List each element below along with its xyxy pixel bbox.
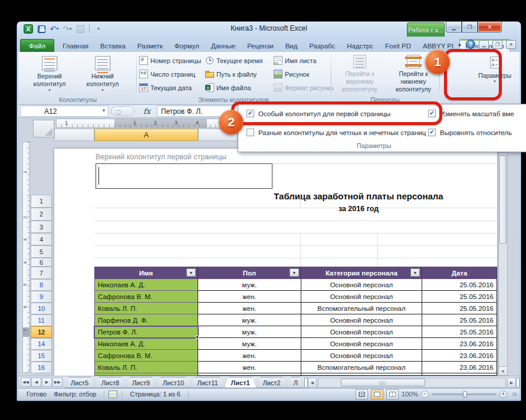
element-button-file-name[interactable]: XИмя файла xyxy=(205,82,251,93)
tab-рецензи[interactable]: Рецензи xyxy=(241,39,279,52)
insert-function-button[interactable]: fx xyxy=(137,105,157,117)
row-header-15[interactable]: 15 xyxy=(31,350,52,362)
zoom-out-button[interactable]: − xyxy=(421,391,429,398)
fill-handle[interactable] xyxy=(196,336,199,339)
cell-category[interactable]: Вспомогательный персонал xyxy=(301,303,422,314)
cell-sex[interactable]: жен. xyxy=(198,291,301,303)
macro-record-icon[interactable] xyxy=(109,391,117,398)
checkbox-different-odd-even[interactable]: Разные колонтитулы для четных и нечетных… xyxy=(246,129,426,136)
header-button[interactable]: Верхний колонтитул ▾ xyxy=(26,54,73,93)
cell-category[interactable]: Основной персонал xyxy=(301,338,422,350)
filter-dropdown-icon[interactable]: ▼ xyxy=(410,268,420,277)
sheet-tab-лист10[interactable]: Лист10 xyxy=(156,377,190,388)
cell-name[interactable]: Николаев А. Д. xyxy=(94,279,198,291)
cell-sex[interactable]: жен. xyxy=(198,362,301,373)
help-icon[interactable]: ? xyxy=(466,40,475,49)
cell-sex[interactable]: муж. xyxy=(198,279,301,291)
tab-разметк[interactable]: Разметк xyxy=(132,39,169,52)
last-sheet-icon[interactable]: ▶▶ xyxy=(52,378,63,387)
footer-button[interactable]: Нижний колонтитул ▾ xyxy=(79,54,126,93)
tab-надстрс[interactable]: Надстрс xyxy=(341,39,379,52)
cell-category[interactable]: Основной персонал xyxy=(301,279,422,291)
scroll-down-button[interactable]: ▼ xyxy=(499,366,507,375)
cell-category[interactable]: Основной персонал xyxy=(301,291,422,303)
element-button-picture[interactable]: Рисунок xyxy=(274,68,310,80)
cell-date[interactable]: 25.05.2016 xyxy=(422,291,497,303)
cell-date[interactable]: 23.06.2016 xyxy=(422,350,497,362)
tab-foxit-pd[interactable]: Foxit PD xyxy=(379,39,417,52)
zoom-slider-thumb[interactable] xyxy=(463,391,467,398)
cell-date[interactable]: 25.05.2016 xyxy=(422,279,497,291)
row-header-4[interactable]: 4 xyxy=(31,233,52,245)
tab-вставка[interactable]: Вставка xyxy=(94,39,132,52)
column-header-A[interactable]: A xyxy=(94,129,198,141)
row-header-5[interactable]: 5 xyxy=(31,245,52,258)
cell-sex[interactable]: муж. xyxy=(198,338,301,350)
workbook-restore-button[interactable]: ❐ xyxy=(492,40,502,49)
element-button-page-number[interactable]: #Номер страницы xyxy=(139,55,201,66)
element-button-picture-format[interactable]: Формат рисунка xyxy=(274,82,334,93)
row-header-12[interactable]: 12 xyxy=(31,326,52,338)
element-button-sheet-name[interactable]: Имя листа xyxy=(274,55,317,66)
checkbox-align-with-margins[interactable]: Выровнять относитель xyxy=(428,129,512,136)
tab-разрабс[interactable]: Разрабс xyxy=(303,39,341,52)
next-sheet-icon[interactable]: ▶ xyxy=(42,378,52,387)
table-column-header-2[interactable]: Пол▼ xyxy=(198,267,301,279)
workbook-close-button[interactable]: ✕ xyxy=(506,40,516,49)
page-break-view-button[interactable] xyxy=(386,389,399,399)
cell-name[interactable]: Николаев А. Д. xyxy=(94,338,198,350)
pane-split-handle[interactable] xyxy=(516,378,520,388)
chevron-down-icon[interactable]: ▼ xyxy=(101,108,106,113)
sheet-tab-лист9[interactable]: Лист9 xyxy=(126,377,156,388)
normal-view-button[interactable] xyxy=(356,389,368,399)
row-header-7[interactable]: 7 xyxy=(31,267,52,279)
table-column-header-4[interactable]: Дата xyxy=(422,267,497,279)
tab-главная[interactable]: Главная xyxy=(57,39,94,52)
filter-dropdown-icon[interactable]: ▼ xyxy=(186,268,196,277)
tab-данные[interactable]: Данные xyxy=(205,39,242,52)
resize-grip[interactable] xyxy=(512,393,517,396)
scrollbar-thumb[interactable]: |||| xyxy=(341,379,425,386)
cell-date[interactable]: 25.05.2016 xyxy=(422,326,497,338)
prev-sheet-icon[interactable]: ◀ xyxy=(31,378,41,387)
cell-date[interactable]: 23.06.2016 xyxy=(422,362,497,373)
tab-файл[interactable]: Файл xyxy=(20,39,54,52)
collapse-ribbon-icon[interactable]: ▲ xyxy=(457,41,462,47)
element-button-page-count[interactable]: +#Число страниц xyxy=(139,68,195,80)
sheet-tab-лист2[interactable]: Лист2 xyxy=(257,377,287,388)
sheet-tab-лист1[interactable]: Лист1 xyxy=(225,377,257,388)
cell-sex[interactable]: муж. xyxy=(198,314,301,326)
row-header-16[interactable]: 16 xyxy=(31,362,52,373)
sheet-tab-лист8[interactable]: Лист8 xyxy=(95,377,126,388)
workbook-minimize-button[interactable]: ▁ xyxy=(479,40,489,49)
scrollbar-thumb[interactable] xyxy=(499,155,507,244)
table-column-header-3[interactable]: Категория персонала▼ xyxy=(301,267,422,279)
element-button-current-time[interactable]: Текущее время xyxy=(205,55,262,66)
close-button[interactable]: ✕ xyxy=(478,22,502,32)
row-header-1[interactable]: 1 xyxy=(31,195,52,208)
cell-category[interactable]: Основной персонал xyxy=(301,350,422,362)
horizontal-scrollbar[interactable]: |||| xyxy=(318,378,506,388)
cell-name[interactable]: Парфенов Д. Ф. xyxy=(94,314,198,326)
cell-sex[interactable]: жен. xyxy=(198,303,301,314)
cell-date[interactable]: 25.05.2016 xyxy=(422,314,497,326)
sheet-tab-лист5[interactable]: Лист5 xyxy=(64,377,95,388)
row-header-11[interactable]: 11 xyxy=(31,314,52,326)
element-button-current-date[interactable]: 17Текущая дата xyxy=(139,82,192,93)
select-all-button[interactable] xyxy=(33,120,54,137)
contextual-tab-header[interactable]: Работа с к... xyxy=(407,22,445,37)
row-header-3[interactable]: 3 xyxy=(31,221,52,233)
zoom-in-button[interactable]: + xyxy=(499,391,507,398)
zoom-level[interactable]: 100% xyxy=(402,391,418,398)
go-to-header-button[interactable]: Перейти к верхнему колонтитулу xyxy=(333,54,387,93)
element-button-file-path[interactable]: Путь к файлу xyxy=(205,68,257,80)
page-layout-view-button[interactable] xyxy=(371,389,383,399)
tab-вид[interactable]: Вид xyxy=(280,39,304,52)
row-header-9[interactable]: 9 xyxy=(31,291,52,303)
filter-dropdown-icon[interactable]: ▼ xyxy=(290,268,299,277)
vertical-scrollbar[interactable]: ▼ xyxy=(498,152,508,376)
row-header-10[interactable]: 10 xyxy=(31,303,52,314)
cell-name[interactable]: Сафронова В. М. xyxy=(94,350,198,362)
maximize-button[interactable]: ❐ xyxy=(462,22,478,32)
cell-category[interactable]: Вспомогательный персонал xyxy=(301,362,422,373)
